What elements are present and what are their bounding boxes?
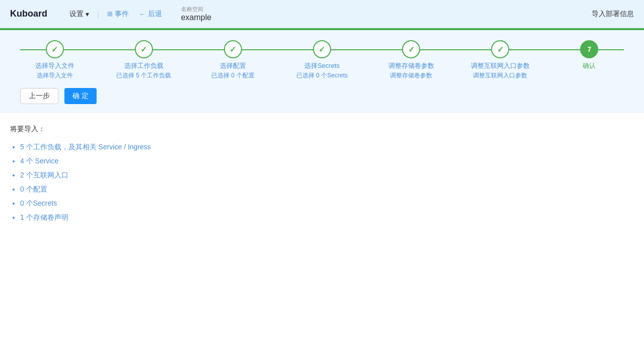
steps-row: ✓ 选择导入文件 选择导入文件 ✓ 选择工作负载 已选择 5 个工作负载 ✓ 选… bbox=[10, 40, 634, 80]
list-item: 4 个 Service bbox=[20, 154, 634, 168]
list-item: 2 个互联网入口 bbox=[20, 168, 634, 182]
back-arrow-icon: ← bbox=[139, 10, 146, 18]
steps-container: ✓ 选择导入文件 选择导入文件 ✓ 选择工作负载 已选择 5 个工作负载 ✓ 选… bbox=[0, 30, 644, 113]
step-item-4: ✓ 选择Secrets 已选择 0 个Secrets bbox=[277, 40, 366, 80]
nav-divider: | bbox=[97, 10, 99, 18]
step-circle-5: ✓ bbox=[402, 40, 420, 58]
step-title-1: 选择导入文件 bbox=[35, 61, 74, 70]
chevron-down-icon: ▾ bbox=[86, 10, 89, 18]
step-item-3: ✓ 选择配置 已选择 0 个配置 bbox=[188, 40, 277, 80]
step-subtitle-2: 已选择 5 个工作负载 bbox=[116, 71, 171, 80]
import-title: 导入部署信息 bbox=[592, 10, 634, 19]
step-subtitle-4: 已选择 0 个Secrets bbox=[296, 71, 348, 80]
buttons-row: 上一步 确 定 bbox=[10, 80, 634, 112]
step-title-2: 选择工作负载 bbox=[124, 61, 164, 70]
logo: Kuboard bbox=[10, 9, 50, 19]
step-number-7: 7 bbox=[588, 45, 592, 53]
step-item-1: ✓ 选择导入文件 选择导入文件 bbox=[10, 40, 99, 80]
events-icon: ⊞ bbox=[107, 10, 113, 18]
header-nav: 设置 ▾ | ⊞ 事件 ← 后退 bbox=[65, 8, 166, 21]
step-circle-3: ✓ bbox=[224, 40, 242, 58]
step-item-7: 7 确认 bbox=[545, 40, 634, 70]
step-circle-6: ✓ bbox=[491, 40, 509, 58]
namespace-value: example bbox=[181, 13, 211, 22]
step-title-4: 选择Secrets bbox=[304, 61, 340, 70]
events-label: 事件 bbox=[115, 10, 129, 19]
step-subtitle-6: 调整互联网入口参数 bbox=[473, 71, 527, 80]
main-content: 将要导入： 5 个工作负载，及其相关 Service / Ingress 4 个… bbox=[0, 113, 644, 236]
step-subtitle-3: 已选择 0 个配置 bbox=[211, 71, 254, 80]
step-circle-1: ✓ bbox=[46, 40, 64, 58]
namespace-area: 名称空间 example bbox=[181, 6, 211, 22]
step-circle-7: 7 bbox=[580, 40, 598, 58]
back-label: 后退 bbox=[148, 10, 162, 19]
settings-button[interactable]: 设置 ▾ bbox=[65, 8, 93, 21]
confirm-button[interactable]: 确 定 bbox=[64, 88, 97, 104]
step-item-5: ✓ 调整存储卷参数 调整存储卷参数 bbox=[367, 40, 456, 80]
list-item: 0 个Secrets bbox=[20, 196, 634, 210]
import-list: 5 个工作负载，及其相关 Service / Ingress 4 个 Servi… bbox=[10, 140, 634, 224]
step-title-7: 确认 bbox=[583, 61, 596, 70]
step-circle-4: ✓ bbox=[313, 40, 331, 58]
prev-button[interactable]: 上一步 bbox=[20, 88, 58, 104]
namespace-label: 名称空间 bbox=[181, 6, 211, 13]
header: Kuboard 设置 ▾ | ⊞ 事件 ← 后退 名称空间 example 导入… bbox=[0, 0, 644, 28]
step-item-6: ✓ 调整互联网入口参数 调整互联网入口参数 bbox=[456, 40, 545, 80]
back-button[interactable]: ← 后退 bbox=[135, 8, 166, 21]
settings-label: 设置 bbox=[69, 10, 84, 19]
step-circle-2: ✓ bbox=[135, 40, 153, 58]
step-subtitle-5: 调整存储卷参数 bbox=[390, 71, 432, 80]
list-item: 5 个工作负载，及其相关 Service / Ingress bbox=[20, 140, 634, 154]
step-subtitle-1: 选择导入文件 bbox=[37, 71, 73, 80]
step-title-3: 选择配置 bbox=[220, 61, 246, 70]
step-title-5: 调整存储卷参数 bbox=[388, 61, 434, 70]
step-title-6: 调整互联网入口参数 bbox=[471, 61, 530, 70]
list-item: 1 个存储卷声明 bbox=[20, 210, 634, 224]
events-button[interactable]: ⊞ 事件 bbox=[103, 8, 133, 21]
step-item-2: ✓ 选择工作负载 已选择 5 个工作负载 bbox=[99, 40, 188, 80]
list-item: 0 个配置 bbox=[20, 182, 634, 196]
import-summary-title: 将要导入： bbox=[10, 125, 634, 134]
